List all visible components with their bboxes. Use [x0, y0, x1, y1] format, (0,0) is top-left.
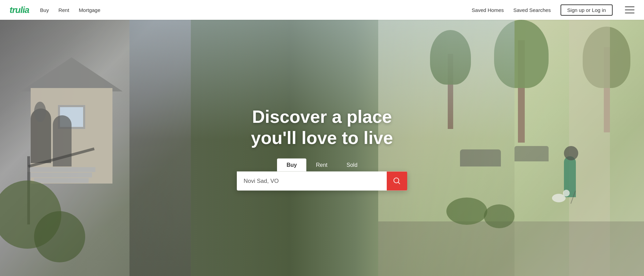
search-tabs: Buy Rent Sold [237, 159, 407, 172]
nav-right: Saved Homes Saved Searches Sign up or Lo… [472, 4, 634, 16]
walker-head [564, 146, 578, 160]
person-silhouette-child [34, 102, 46, 122]
house-steps [27, 167, 95, 184]
logo[interactable]: trulia [10, 5, 29, 15]
hamburger-menu[interactable] [625, 6, 634, 13]
search-bar [237, 172, 407, 191]
vegetation-2 [34, 211, 85, 262]
saved-homes-link[interactable]: Saved Homes [472, 7, 504, 13]
hero-section: Discover a place you'll love to live Buy… [0, 0, 644, 276]
nav-mortgage[interactable]: Mortgage [79, 7, 100, 13]
nav-buy[interactable]: Buy [40, 7, 49, 13]
signup-button[interactable]: Sign up or Log in [561, 4, 613, 16]
tab-buy[interactable]: Buy [277, 159, 306, 172]
tab-rent[interactable]: Rent [306, 159, 337, 172]
headline-line1: Discover a place [252, 106, 392, 126]
navbar: trulia Buy Rent Mortgage Saved Homes Sav… [0, 0, 644, 20]
search-input[interactable] [237, 178, 387, 185]
saved-searches-link[interactable]: Saved Searches [513, 7, 551, 13]
car-2 [515, 146, 549, 161]
nav-rent[interactable]: Rent [58, 7, 69, 13]
house-roof [20, 57, 123, 91]
hero-headline: Discover a place you'll love to live [237, 106, 407, 148]
tab-sold[interactable]: Sold [337, 159, 367, 172]
headline-line2: you'll love to live [251, 128, 393, 148]
hero-content: Discover a place you'll love to live Buy… [237, 106, 407, 191]
search-icon [393, 177, 401, 185]
search-button[interactable] [387, 172, 407, 191]
nav-links: Buy Rent Mortgage [40, 7, 101, 13]
dog-head [563, 190, 570, 197]
